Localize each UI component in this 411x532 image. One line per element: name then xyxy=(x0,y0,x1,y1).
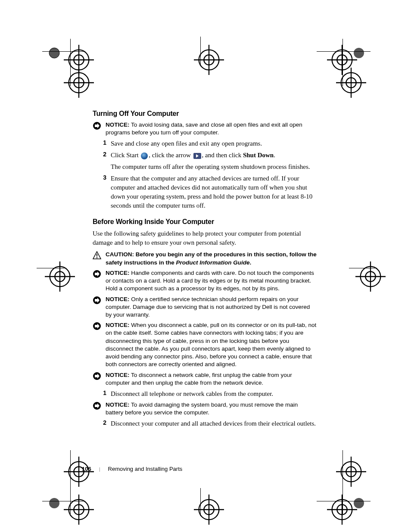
crop-line xyxy=(349,268,377,268)
chapter-title: Removing and Installing Parts xyxy=(108,466,183,472)
list-number: 3 xyxy=(93,174,111,181)
notice-body: To avoid damaging the system board, you … xyxy=(106,401,298,416)
notice-block: NOTICE: To disconnect a network cable, f… xyxy=(93,371,317,387)
notice-body: To avoid losing data, save and close all… xyxy=(106,121,302,136)
windows-start-icon xyxy=(141,152,148,159)
list-body: Ensure that the computer and any attache… xyxy=(111,174,317,210)
crop-line xyxy=(70,39,71,86)
registration-mark-icon xyxy=(194,45,224,75)
svg-point-13 xyxy=(49,498,59,508)
notice-text: NOTICE: When you disconnect a cable, pul… xyxy=(106,321,317,368)
step-subtext: The computer turns off after the operati… xyxy=(111,162,317,171)
crop-line xyxy=(42,501,85,501)
print-mark-icon xyxy=(48,47,60,59)
list-number: 1 xyxy=(93,389,111,396)
crop-line xyxy=(37,268,65,268)
crop-line xyxy=(200,37,201,65)
crop-line xyxy=(342,39,343,86)
notice-text: NOTICE: To avoid damaging the system boa… xyxy=(106,401,317,417)
notice-body: Handle components and cards with care. D… xyxy=(106,270,314,292)
crop-line xyxy=(317,51,371,52)
registration-mark-icon xyxy=(64,45,94,75)
notice-body: When you disconnect a cable, pull on its… xyxy=(106,322,316,367)
crop-line xyxy=(42,51,85,52)
notice-body: To disconnect a network cable, first unp… xyxy=(106,372,292,386)
notice-label: NOTICE: xyxy=(106,296,130,302)
crop-line xyxy=(342,450,343,514)
page-content: Turning Off Your Computer NOTICE: To avo… xyxy=(93,110,317,431)
notice-arrow-icon xyxy=(93,270,101,278)
registration-mark-icon xyxy=(64,68,94,98)
registration-mark-icon xyxy=(45,261,75,292)
notice-text: NOTICE: Only a certified service technic… xyxy=(106,296,317,319)
notice-text: NOTICE: Handle components and cards with… xyxy=(106,269,317,293)
notice-label: NOTICE: xyxy=(106,401,130,408)
list-item: 2 Click Start , click the arrow , and th… xyxy=(93,151,317,171)
notice-text: NOTICE: To disconnect a network cable, f… xyxy=(106,371,317,387)
list-item: 3 Ensure that the computer and any attac… xyxy=(93,174,317,210)
step-text: Click Start xyxy=(111,152,140,159)
arrow-button-icon xyxy=(193,153,201,159)
registration-mark-icon xyxy=(336,457,366,487)
notice-arrow-icon xyxy=(93,322,101,330)
list-body: Disconnect your computer and all attache… xyxy=(111,419,317,428)
page-number: 106 xyxy=(82,466,91,472)
notice-body: Only a certified service technician shou… xyxy=(106,296,310,318)
intro-paragraph: Use the following safety guidelines to h… xyxy=(93,229,317,247)
crop-line xyxy=(317,501,371,501)
step-text: , click the arrow xyxy=(149,152,192,159)
svg-point-12 xyxy=(354,48,364,58)
registration-mark-icon xyxy=(64,495,94,525)
list-number: 2 xyxy=(93,419,111,426)
registration-mark-icon xyxy=(194,495,224,525)
notice-label: NOTICE: xyxy=(106,270,130,276)
notice-block: NOTICE: To avoid losing data, save and c… xyxy=(93,121,317,137)
caution-label: CAUTION: xyxy=(106,251,134,258)
notice-label: NOTICE: xyxy=(106,372,130,378)
print-mark-icon xyxy=(353,497,365,509)
svg-point-14 xyxy=(354,498,364,508)
caution-block: CAUTION: Before you begin any of the pro… xyxy=(93,251,317,266)
notice-arrow-icon xyxy=(93,372,101,380)
caution-triangle-icon xyxy=(93,251,101,260)
footer-separator: | xyxy=(99,467,100,472)
notice-label: NOTICE: xyxy=(106,121,130,128)
print-mark-icon xyxy=(353,47,365,59)
notice-label: NOTICE: xyxy=(106,322,130,328)
list-item: 1 Disconnect all telephone or network ca… xyxy=(93,389,317,398)
notice-text: NOTICE: To avoid losing data, save and c… xyxy=(106,121,317,137)
shut-down-label: Shut Down xyxy=(243,152,274,159)
section-heading: Turning Off Your Computer xyxy=(93,110,317,118)
list-item: 2 Disconnect your computer and all attac… xyxy=(93,419,317,428)
list-body: Click Start , click the arrow , and then… xyxy=(111,151,317,171)
notice-arrow-icon xyxy=(93,401,101,410)
notice-block: NOTICE: Handle components and cards with… xyxy=(93,269,317,293)
section-heading: Before Working Inside Your Computer xyxy=(93,218,317,226)
caution-body: . xyxy=(250,259,252,266)
list-number: 2 xyxy=(93,151,111,158)
list-body: Disconnect all telephone or network cabl… xyxy=(111,389,317,398)
notice-block: NOTICE: When you disconnect a cable, pul… xyxy=(93,321,317,368)
caution-text: CAUTION: Before you begin any of the pro… xyxy=(106,251,317,266)
notice-arrow-icon xyxy=(93,296,101,305)
print-mark-icon xyxy=(48,497,60,509)
registration-mark-icon xyxy=(355,261,386,292)
crop-line xyxy=(200,488,201,516)
notice-block: NOTICE: To avoid damaging the system boa… xyxy=(93,401,317,417)
crop-line xyxy=(70,450,71,514)
page-footer: 106 | Removing and Installing Parts xyxy=(82,466,182,472)
notice-block: NOTICE: Only a certified service technic… xyxy=(93,296,317,319)
step-text: . xyxy=(274,152,275,159)
product-guide-ref: Product Information Guide xyxy=(176,259,250,266)
registration-mark-icon xyxy=(336,68,366,98)
list-body: Save and close any open files and exit a… xyxy=(111,139,317,148)
list-item: 1 Save and close any open files and exit… xyxy=(93,139,317,148)
step-text: , and then click xyxy=(202,152,243,159)
notice-arrow-icon xyxy=(93,121,101,130)
list-number: 1 xyxy=(93,139,111,146)
